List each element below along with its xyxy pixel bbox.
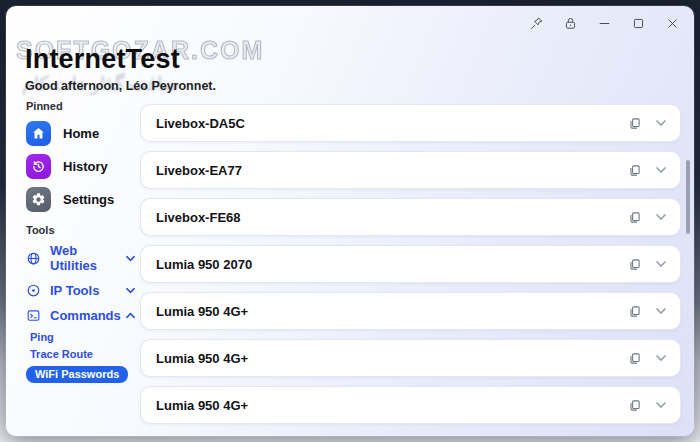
target-icon: [26, 282, 42, 298]
wifi-network-row[interactable]: Livebox-FE68: [140, 198, 681, 236]
copy-icon[interactable]: [626, 350, 642, 366]
tools-section-label: Tools: [26, 224, 142, 236]
wifi-network-name: Lumia 950 4G+: [156, 398, 248, 413]
lock-icon[interactable]: [561, 14, 580, 33]
app-window: SOFTGOZAR.COM سافت گذار دات کام Internet…: [6, 6, 694, 436]
wifi-network-name: Livebox-EA77: [156, 163, 242, 178]
sidebar-item-label: Home: [63, 126, 99, 141]
scrollbar-thumb[interactable]: [686, 160, 690, 234]
row-actions: [626, 350, 667, 366]
history-icon: [26, 154, 51, 179]
maximize-button[interactable]: [629, 14, 648, 33]
wifi-network-name: Lumia 950 2070: [156, 257, 252, 272]
copy-icon[interactable]: [626, 397, 642, 413]
sidebar-group-label: IP Tools: [50, 283, 125, 298]
gear-icon: [26, 187, 51, 212]
sidebar-item-settings[interactable]: Settings: [24, 185, 142, 214]
minimize-button[interactable]: [595, 14, 614, 33]
copy-icon[interactable]: [626, 209, 642, 225]
copy-icon[interactable]: [626, 115, 642, 131]
greeting-text: Good afternoon, Léo Peyronnet.: [25, 79, 216, 93]
sidebar-item-label: Settings: [63, 192, 114, 207]
sidebar-group-label: Web Utilities: [50, 243, 125, 273]
wifi-network-row[interactable]: Lumia 950 2070: [140, 245, 681, 283]
terminal-icon: [26, 307, 42, 323]
row-actions: [626, 397, 667, 413]
pin-icon[interactable]: [527, 14, 546, 33]
chevron-down-icon[interactable]: [655, 258, 667, 270]
wifi-network-row[interactable]: Lumia 950 4G+: [140, 292, 681, 330]
sidebar-group-web-utilities[interactable]: Web Utilities: [26, 243, 136, 273]
sidebar-item-label: History: [63, 159, 108, 174]
chevron-down-icon[interactable]: [655, 211, 667, 223]
pinned-section-label: Pinned: [26, 100, 142, 112]
header: InternetTest Good afternoon, Léo Peyronn…: [25, 44, 216, 93]
wifi-network-row[interactable]: Livebox-DA5C: [140, 104, 681, 142]
wifi-network-row[interactable]: Lumia 950 4G+: [140, 386, 681, 424]
scrollbar[interactable]: [685, 116, 691, 416]
row-actions: [626, 256, 667, 272]
chevron-down-icon[interactable]: [655, 352, 667, 364]
sidebar: Pinned Home History Settings Tools: [24, 100, 142, 386]
chevron-up-icon: [125, 310, 136, 321]
sidebar-group-label: Commands: [50, 308, 125, 323]
wifi-network-row[interactable]: Livebox-EA77: [140, 151, 681, 189]
chevron-down-icon[interactable]: [655, 117, 667, 129]
sidebar-item-ping[interactable]: Ping: [28, 330, 142, 344]
row-actions: [626, 115, 667, 131]
sidebar-item-trace-route[interactable]: Trace Route: [28, 347, 142, 361]
row-actions: [626, 162, 667, 178]
chevron-down-icon: [125, 253, 136, 264]
commands-submenu: Ping Trace Route WiFi Passwords: [28, 330, 142, 386]
sidebar-item-wifi-passwords[interactable]: WiFi Passwords: [26, 366, 128, 384]
sidebar-item-history[interactable]: History: [24, 152, 142, 181]
globe-icon: [26, 250, 42, 266]
wifi-network-name: Livebox-FE68: [156, 210, 241, 225]
wifi-network-list: Livebox-DA5C Livebox-EA77 Livebox-FE68 L…: [140, 104, 681, 433]
chevron-down-icon[interactable]: [655, 305, 667, 317]
wifi-network-name: Livebox-DA5C: [156, 116, 245, 131]
titlebar: [527, 14, 682, 33]
close-button[interactable]: [663, 14, 682, 33]
chevron-down-icon: [125, 285, 136, 296]
sidebar-group-ip-tools[interactable]: IP Tools: [26, 282, 136, 298]
home-icon: [26, 121, 51, 146]
sidebar-group-commands[interactable]: Commands: [26, 307, 136, 323]
page-title: InternetTest: [25, 44, 216, 75]
wifi-network-name: Lumia 950 4G+: [156, 304, 248, 319]
wifi-network-name: Lumia 950 4G+: [156, 351, 248, 366]
copy-icon[interactable]: [626, 162, 642, 178]
copy-icon[interactable]: [626, 303, 642, 319]
chevron-down-icon[interactable]: [655, 164, 667, 176]
row-actions: [626, 303, 667, 319]
row-actions: [626, 209, 667, 225]
chevron-down-icon[interactable]: [655, 399, 667, 411]
wifi-network-row[interactable]: Lumia 950 4G+: [140, 339, 681, 377]
copy-icon[interactable]: [626, 256, 642, 272]
sidebar-item-home[interactable]: Home: [24, 119, 142, 148]
